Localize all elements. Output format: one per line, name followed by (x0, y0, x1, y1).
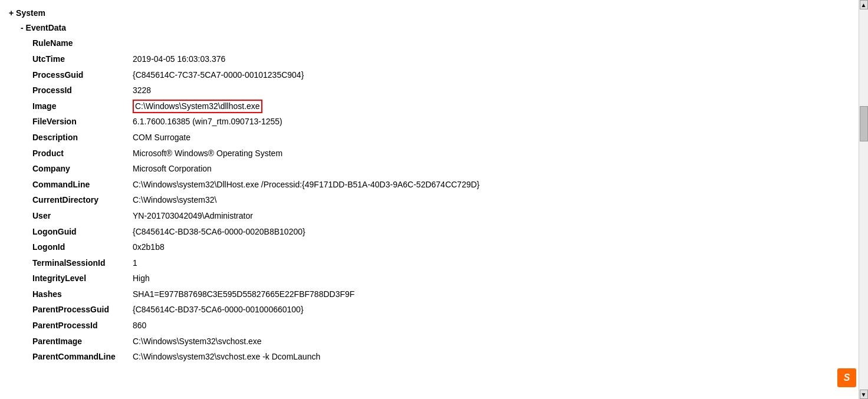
scrollbar[interactable]: ▲ ▼ (859, 0, 868, 399)
field-value-fileversion: 6.1.7600.16385 (win7_rtm.090713-1255) (133, 114, 282, 130)
field-row-rulename: RuleName (32, 35, 847, 51)
field-name-commandline: CommandLine (32, 177, 133, 193)
field-row-processid: ProcessId 3228 (32, 83, 847, 98)
field-value-terminalsessionid: 1 (133, 255, 137, 271)
field-value-parentprocessguid: {C845614C-BD37-5CA6-0000-001000660100} (133, 302, 304, 318)
field-value-user: YN-20170304​2049\Administrator (133, 208, 253, 224)
field-row-integritylevel: IntegrityLevel High (32, 271, 847, 286)
field-value-processid: 3228 (133, 83, 151, 98)
field-value-utctime: 2019-04-05 16:03:03.376 (133, 51, 225, 67)
field-row-company: Company Microsoft Corporation (32, 161, 847, 177)
scrollbar-arrow-up[interactable]: ▲ (860, 0, 868, 9)
field-row-user: User YN-20170304​2049\Administrator (32, 208, 847, 224)
field-name-terminalsessionid: TerminalSessionId (32, 255, 133, 271)
field-row-logonid: LogonId 0x2b1b8 (32, 239, 847, 255)
field-value-integritylevel: High (133, 271, 150, 286)
field-value-parentprocessid: 860 (133, 318, 146, 334)
field-value-hashes: SHA1=E977B87698C3E595D55827665E22FBF788D… (133, 286, 354, 302)
scrollbar-arrow-down[interactable]: ▼ (860, 390, 868, 399)
field-name-logonid: LogonId (32, 239, 133, 255)
field-name-currentdirectory: CurrentDirectory (32, 192, 133, 208)
eventdata-label: - EventData (21, 23, 66, 32)
content-area: + System - EventData RuleName UtcTime 20… (0, 0, 859, 399)
field-name-image: Image (32, 98, 133, 114)
field-name-parentprocessguid: ParentProcessGuid (32, 302, 133, 318)
field-row-fileversion: FileVersion 6.1.7600.16385 (win7_rtm.090… (32, 114, 847, 130)
field-name-parentprocessid: ParentProcessId (32, 318, 133, 334)
field-name-processguid: ProcessGuid (32, 67, 133, 83)
field-name-description: Description (32, 130, 133, 146)
system-node[interactable]: + System (9, 6, 847, 21)
field-value-logonguid: {C845614C-BD38-5CA6-0000-0020B8B10200} (133, 224, 305, 240)
field-row-parentimage: ParentImage C:\Windows\System32\svchost.… (32, 334, 847, 349)
main-container: + System - EventData RuleName UtcTime 20… (0, 0, 868, 399)
fields-container: RuleName UtcTime 2019-04-05 16:03:03.376… (32, 35, 847, 364)
field-row-hashes: Hashes SHA1=E977B87698C3E595D55827665E22… (32, 286, 847, 302)
field-row-commandline: CommandLine C:\Windows\system32\DllHost.… (32, 177, 847, 193)
field-value-processguid: {C845614C-7C37-5CA7-0000-00101235C904} (133, 67, 304, 83)
field-value-currentdirectory: C:\Windows\system32\ (133, 192, 216, 208)
eventdata-node[interactable]: - EventData (21, 21, 847, 35)
tree-root: + System - EventData RuleName UtcTime 20… (9, 6, 847, 365)
field-row-currentdirectory: CurrentDirectory C:\Windows\system32\ (32, 192, 847, 208)
field-name-integritylevel: IntegrityLevel (32, 271, 133, 286)
field-row-description: Description COM Surrogate (32, 130, 847, 146)
field-name-parentcommandline: ParentCommandLine (32, 349, 133, 365)
field-value-description: COM Surrogate (133, 130, 190, 146)
field-name-product: Product (32, 146, 133, 161)
wps-icon[interactable]: S (837, 368, 856, 387)
field-name-processid: ProcessId (32, 83, 133, 98)
field-name-user: User (32, 208, 133, 224)
field-row-parentcommandline: ParentCommandLine C:\Windows\system32\sv… (32, 349, 847, 365)
field-value-commandline: C:\Windows\system32\DllHost.exe /Process… (133, 177, 479, 193)
image-highlight-box: C:\Windows\System32\dllhost.exe (133, 100, 262, 114)
field-row-processguid: ProcessGuid {C845614C-7C37-5CA7-0000-001… (32, 67, 847, 83)
field-row-parentprocessguid: ParentProcessGuid {C845614C-BD37-5CA6-00… (32, 302, 847, 318)
field-name-company: Company (32, 161, 133, 177)
field-row-logonguid: LogonGuid {C845614C-BD38-5CA6-0000-0020B… (32, 224, 847, 240)
field-value-parentimage: C:\Windows\System32\svchost.exe (133, 334, 262, 349)
field-value-company: Microsoft Corporation (133, 161, 212, 177)
scrollbar-thumb[interactable] (860, 106, 868, 141)
field-row-parentprocessid: ParentProcessId 860 (32, 318, 847, 334)
field-name-rulename: RuleName (32, 35, 133, 51)
field-name-hashes: Hashes (32, 286, 133, 302)
field-row-product: Product Microsoft® Windows® Operating Sy… (32, 146, 847, 161)
system-label: + System (9, 8, 45, 18)
field-row-utctime: UtcTime 2019-04-05 16:03:03.376 (32, 51, 847, 67)
field-name-parentimage: ParentImage (32, 334, 133, 349)
field-value-parentcommandline: C:\Windows\system32\svchost.exe -k DcomL… (133, 349, 320, 365)
field-row-terminalsessionid: TerminalSessionId 1 (32, 255, 847, 271)
field-name-fileversion: FileVersion (32, 114, 133, 130)
field-value-logonid: 0x2b1b8 (133, 239, 165, 255)
field-name-utctime: UtcTime (32, 51, 133, 67)
field-value-product: Microsoft® Windows® Operating System (133, 146, 282, 161)
field-name-logonguid: LogonGuid (32, 224, 133, 240)
field-row-image: Image C:\Windows\System32\dllhost.exe (32, 98, 847, 114)
field-value-image: C:\Windows\System32\dllhost.exe (133, 98, 262, 114)
